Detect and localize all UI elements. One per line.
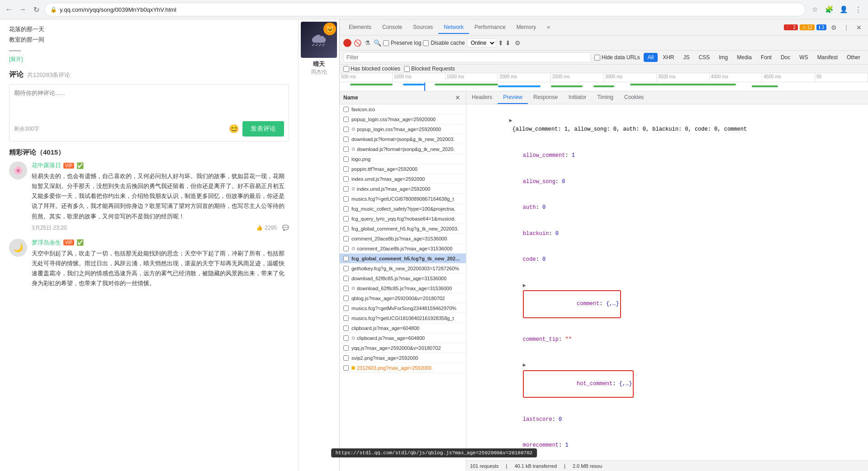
- request-item-10[interactable]: fcg_music_collect_safety?type=100&projec…: [340, 204, 466, 214]
- req-checkbox-21[interactable]: [343, 316, 349, 321]
- throttle-select[interactable]: Online: [467, 38, 496, 47]
- expand-button[interactable]: [展开]: [9, 56, 23, 62]
- settings-button[interactable]: ⚙: [828, 22, 839, 33]
- like-button-1[interactable]: 👍 2295: [256, 225, 277, 231]
- tab-initiator[interactable]: Initiator: [563, 91, 592, 104]
- req-checkbox-14[interactable]: [343, 246, 349, 251]
- has-blocked-label[interactable]: Has blocked cookies: [343, 66, 400, 72]
- request-item-3[interactable]: download.js?format=jsonp&g_tk_new_202003…: [340, 134, 466, 144]
- req-checkbox-15[interactable]: [343, 256, 349, 261]
- tab-network[interactable]: Network: [438, 21, 469, 34]
- request-item-12[interactable]: fcg_global_comment_h5.fcg?g_tk_new_20200…: [340, 224, 466, 234]
- forward-button[interactable]: →: [17, 4, 28, 15]
- back-button[interactable]: ←: [4, 4, 14, 15]
- filter-input[interactable]: [343, 52, 591, 62]
- address-bar[interactable]: 🔒 y.qq.com/n/yqq/song/0039MnYb0qxYhV.htm…: [44, 3, 806, 16]
- record-button[interactable]: [343, 39, 351, 47]
- refresh-button[interactable]: ↻: [31, 4, 42, 15]
- filter-doc[interactable]: Doc: [777, 53, 794, 62]
- song-item-1[interactable]: 花落的那一天: [9, 24, 289, 34]
- filter-all[interactable]: All: [644, 53, 658, 62]
- request-item-26[interactable]: 2312603.png?max_age=2592000: [340, 363, 466, 373]
- req-checkbox-2[interactable]: [343, 127, 349, 132]
- profile-button[interactable]: 👤: [837, 3, 850, 16]
- req-checkbox-10[interactable]: [343, 206, 349, 212]
- request-item-11[interactable]: fcg_query_lyric_yqq.fcg?nobase64=1&music…: [340, 214, 466, 224]
- req-checkbox-20[interactable]: [343, 306, 349, 311]
- req-checkbox-9[interactable]: [343, 196, 349, 202]
- req-checkbox-1[interactable]: [343, 117, 349, 122]
- filter-xhr[interactable]: XHR: [659, 53, 678, 62]
- request-item-22[interactable]: clipboard.js?max_age=604800: [340, 323, 466, 333]
- blocked-req-label[interactable]: Blocked Requests: [404, 66, 455, 72]
- req-checkbox-6[interactable]: [343, 166, 349, 172]
- request-item-6[interactable]: poppin.ttf?max_age=2592000: [340, 164, 466, 174]
- filter-font[interactable]: Font: [757, 53, 776, 62]
- request-item-13[interactable]: comment_20ace8b.js?max_age=31536000: [340, 234, 466, 244]
- tab-cookies[interactable]: Cookies: [619, 91, 649, 104]
- devtools-more-button[interactable]: ⋮: [841, 22, 852, 33]
- req-checkbox-11[interactable]: [343, 216, 349, 221]
- song-item-3[interactable]: ——: [9, 45, 289, 56]
- request-item-19[interactable]: qblog.js?max_age=2592000&v=20180702: [340, 293, 466, 303]
- upload-button[interactable]: ⬆: [498, 39, 503, 47]
- req-checkbox-26[interactable]: [343, 365, 349, 371]
- req-checkbox-13[interactable]: [343, 236, 349, 241]
- song-item-2[interactable]: 教室的那一间: [9, 34, 289, 45]
- filter-css[interactable]: CSS: [695, 53, 714, 62]
- emoji-button[interactable]: 😊: [229, 124, 239, 134]
- tab-memory[interactable]: Memory: [511, 21, 541, 34]
- extensions-button[interactable]: 🧩: [823, 3, 835, 16]
- request-item-5[interactable]: logo.png: [340, 154, 466, 164]
- hide-data-checkbox[interactable]: [594, 55, 600, 61]
- hide-data-label[interactable]: Hide data URLs: [594, 54, 640, 61]
- filter-js[interactable]: JS: [679, 53, 694, 62]
- request-item-17[interactable]: download_62f8c85.js?max_age=31536000: [340, 273, 466, 283]
- tab-elements[interactable]: Elements: [343, 21, 377, 34]
- tab-performance[interactable]: Performance: [469, 21, 511, 34]
- json-expand-hot_comment[interactable]: ▶: [523, 362, 526, 368]
- filter-manifest[interactable]: Manifest: [813, 53, 842, 62]
- preserve-log-label[interactable]: AllPreserve log: [383, 40, 421, 46]
- close-devtools-button[interactable]: ✕: [854, 22, 864, 33]
- request-item-23[interactable]: ⊙ clipboard.js?max_age=604800: [340, 333, 466, 343]
- filter-ws[interactable]: WS: [795, 53, 812, 62]
- req-checkbox-25[interactable]: [343, 355, 349, 361]
- request-item-18[interactable]: ⊙ download_62f8c85.js?max_age=31536000: [340, 283, 466, 293]
- req-checkbox-4[interactable]: [343, 146, 349, 152]
- req-checkbox-19[interactable]: [343, 296, 349, 301]
- req-checkbox-17[interactable]: [343, 276, 349, 281]
- filter-button[interactable]: ⚗: [363, 39, 371, 47]
- request-item-2[interactable]: ⊙ popup_login.css?max_age=25920000: [340, 124, 466, 134]
- tab-more[interactable]: »: [541, 21, 555, 34]
- close-panel-button[interactable]: ✕: [453, 93, 462, 102]
- request-item-21[interactable]: musics.fcg?=getUCGI18108402161928358g_t: [340, 313, 466, 323]
- download-button[interactable]: ⬇: [505, 39, 511, 47]
- req-checkbox-24[interactable]: [343, 345, 349, 351]
- tab-response[interactable]: Response: [528, 91, 563, 104]
- req-checkbox-12[interactable]: [343, 226, 349, 231]
- request-item-8[interactable]: ⊙ index.umd.js?max_age=2592000: [340, 184, 466, 194]
- tab-sources[interactable]: Sources: [408, 21, 438, 34]
- tab-console[interactable]: Console: [377, 21, 408, 34]
- tab-preview[interactable]: Preview: [498, 91, 528, 104]
- reply-button-1[interactable]: 💬: [282, 225, 289, 231]
- request-item-14[interactable]: ⊙ comment_20ace8b.js?max_age=31536000: [340, 244, 466, 254]
- username-1[interactable]: 花中露落日: [32, 161, 61, 170]
- request-item-4[interactable]: ⊙ download.js?format=jsonp&g_tk_new_2020…: [340, 144, 466, 154]
- menu-button[interactable]: ⋮: [852, 3, 864, 16]
- tab-timing[interactable]: Timing: [592, 91, 619, 104]
- req-checkbox-8[interactable]: [343, 186, 349, 192]
- network-settings-button[interactable]: ⚙: [512, 38, 523, 48]
- filter-media[interactable]: Media: [733, 53, 756, 62]
- search-button[interactable]: 🔍: [373, 39, 381, 47]
- requests-scroll[interactable]: favicon.ico popup_login.css?max_age=2592…: [340, 104, 466, 471]
- blocked-req-checkbox[interactable]: [404, 66, 410, 72]
- request-item-25[interactable]: svip2.png?max_age=2592000: [340, 353, 466, 363]
- username-2[interactable]: 梦浮岛余生: [32, 239, 61, 247]
- submit-button[interactable]: 发表评论: [242, 121, 284, 137]
- json-expand-comment[interactable]: ▶: [523, 283, 526, 289]
- clear-button[interactable]: 🚫: [353, 39, 361, 47]
- request-item-7[interactable]: index.umd.js?max_age=2592000: [340, 174, 466, 184]
- has-blocked-checkbox[interactable]: [343, 66, 349, 72]
